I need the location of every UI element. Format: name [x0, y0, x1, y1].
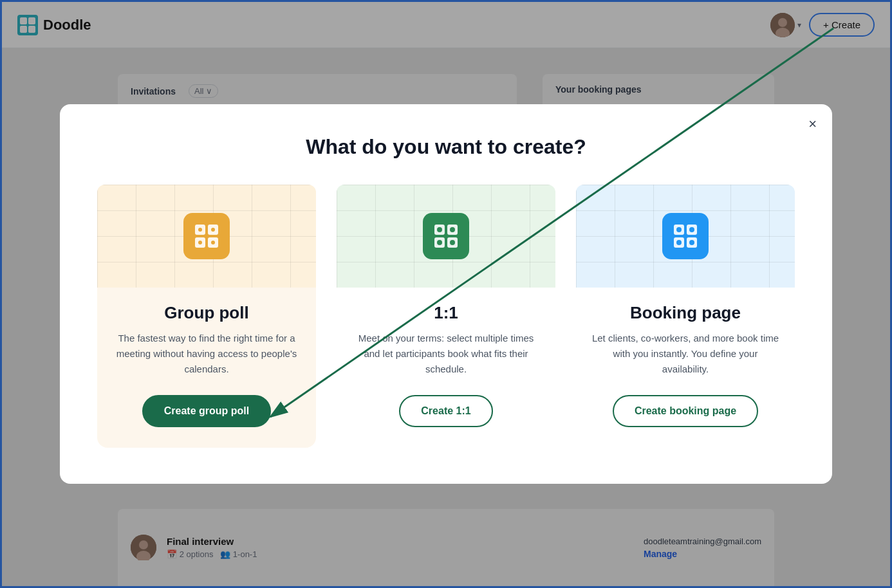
svg-point-17 [198, 241, 202, 244]
svg-point-16 [211, 228, 215, 232]
svg-point-18 [211, 241, 215, 244]
create-group-poll-button[interactable]: Create group poll [142, 395, 271, 427]
one-to-one-name: 1:1 [434, 303, 458, 323]
group-poll-image [97, 185, 316, 288]
booking-page-image [576, 185, 795, 288]
one-to-one-image [337, 185, 555, 288]
svg-point-23 [437, 227, 442, 232]
svg-point-26 [450, 240, 455, 245]
svg-point-33 [676, 240, 682, 245]
svg-point-31 [676, 227, 682, 232]
booking-page-desc: Let clients, co-workers, and more book t… [576, 331, 795, 377]
one-to-one-card: 1:1 Meet on your terms: select multiple … [337, 185, 555, 448]
cards-container: Group poll The fastest way to find the r… [96, 185, 796, 448]
booking-page-name: Booking page [630, 303, 741, 323]
group-poll-icon [183, 213, 230, 259]
group-poll-card: Group poll The fastest way to find the r… [97, 185, 316, 448]
modal-title: What do you want to create? [96, 135, 796, 159]
one-to-one-icon-svg [432, 222, 460, 250]
poll-icon-svg [192, 222, 221, 250]
one-to-one-desc: Meet on your terms: select multiple time… [337, 331, 555, 377]
create-booking-page-button[interactable]: Create booking page [613, 395, 758, 427]
one-to-one-icon [423, 213, 469, 259]
svg-point-15 [198, 228, 202, 232]
booking-page-icon [662, 213, 709, 259]
group-poll-name: Group poll [164, 303, 248, 323]
booking-page-card: Booking page Let clients, co-workers, an… [576, 185, 795, 448]
svg-point-32 [689, 227, 694, 232]
svg-point-34 [689, 240, 694, 245]
close-button[interactable]: × [808, 117, 817, 131]
svg-point-24 [450, 227, 455, 232]
create-one-to-one-button[interactable]: Create 1:1 [399, 395, 492, 427]
group-poll-desc: The fastest way to find the right time f… [97, 331, 316, 377]
booking-icon-svg [671, 222, 700, 250]
create-modal: × What do you want to create? [60, 104, 832, 484]
svg-point-25 [437, 240, 442, 245]
